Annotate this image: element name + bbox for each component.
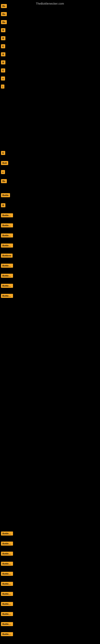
bottleneck-button-btn1[interactable]: Bo bbox=[1, 4, 7, 8]
bottleneck-button-btn10[interactable]: s bbox=[1, 76, 5, 80]
bottleneck-button-btn30[interactable]: Bottleneck res bbox=[1, 562, 13, 566]
bottleneck-button-btn24[interactable]: Bottleneck res bbox=[1, 274, 13, 278]
bottleneck-button-btn26[interactable]: Bottleneck res bbox=[1, 294, 13, 298]
bottleneck-button-btn22[interactable]: Bottlene bbox=[1, 254, 13, 258]
bottleneck-button-btn5[interactable]: B bbox=[1, 36, 5, 40]
bottleneck-button-btn28[interactable]: Bottleneck res bbox=[1, 542, 13, 546]
bottleneck-button-btn13[interactable]: Bott bbox=[1, 161, 8, 165]
bottleneck-button-btn9[interactable]: E bbox=[1, 68, 5, 72]
bottleneck-button-btn29[interactable]: Bottleneck res bbox=[1, 552, 13, 556]
bottleneck-button-btn4[interactable]: B bbox=[1, 28, 5, 32]
bottleneck-button-btn15[interactable]: Bo bbox=[1, 179, 7, 183]
bottleneck-button-btn25[interactable]: Bottleneck res bbox=[1, 284, 13, 288]
bottleneck-button-btn17[interactable]: B bbox=[1, 203, 5, 207]
bottleneck-button-btn2[interactable]: Bo bbox=[1, 12, 7, 16]
bottleneck-button-btn37[interactable]: Bottleneck res bbox=[1, 632, 13, 636]
bottleneck-button-btn12[interactable]: E bbox=[1, 151, 5, 155]
bottleneck-button-btn11[interactable]: | bbox=[1, 84, 4, 88]
bottleneck-button-btn32[interactable]: Bottleneck res bbox=[1, 582, 13, 586]
bottleneck-button-btn31[interactable]: Bottleneck res bbox=[1, 572, 13, 576]
bottleneck-button-btn6[interactable]: E bbox=[1, 44, 5, 48]
bottleneck-button-btn8[interactable]: B bbox=[1, 60, 5, 64]
bottleneck-button-btn33[interactable]: Bottleneck res bbox=[1, 592, 13, 596]
page-container: TheBottlenecker.com BoBoBoBBEBBEs|EBottc… bbox=[0, 0, 100, 644]
bottleneck-button-btn7[interactable]: B bbox=[1, 52, 5, 56]
bottleneck-button-btn20[interactable]: Bottleneck re bbox=[1, 234, 13, 238]
bottleneck-button-btn23[interactable]: Bottleneck re bbox=[1, 264, 13, 268]
site-title: TheBottlenecker.com bbox=[0, 0, 100, 6]
bottleneck-button-btn14[interactable]: c bbox=[1, 170, 5, 174]
bottleneck-button-btn35[interactable]: Bottleneck res bbox=[1, 612, 13, 616]
bottleneck-button-btn19[interactable]: Bottleneck bbox=[1, 224, 13, 228]
bottleneck-button-btn3[interactable]: Bo bbox=[1, 20, 7, 24]
bottleneck-button-btn34[interactable]: Bottleneck res bbox=[1, 602, 13, 606]
bottleneck-button-btn18[interactable]: Bottlenec bbox=[1, 213, 13, 217]
bottleneck-button-btn36[interactable]: Bottleneck res bbox=[1, 622, 13, 626]
bottleneck-button-btn27[interactable]: Bottleneck res bbox=[1, 532, 13, 536]
bottleneck-button-btn16[interactable]: Bottle bbox=[1, 193, 10, 197]
bottleneck-button-btn21[interactable]: Bottleneck e bbox=[1, 244, 13, 248]
